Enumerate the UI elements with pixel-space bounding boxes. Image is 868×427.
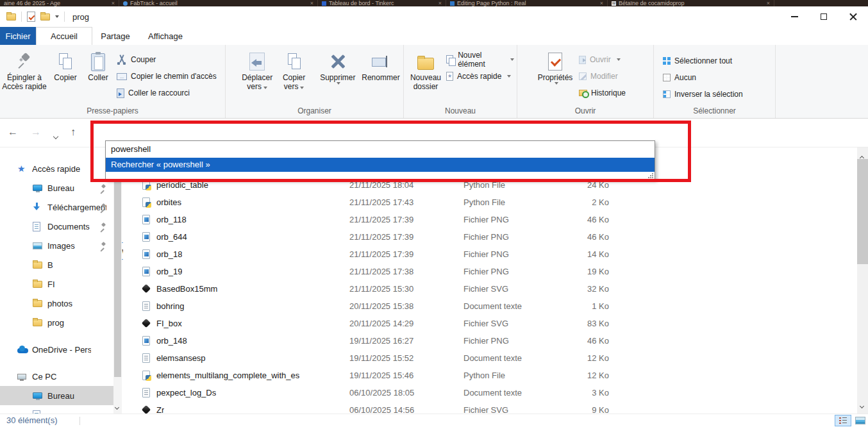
paste-shortcut-button[interactable]: Coller le raccourci xyxy=(114,85,219,101)
properties-icon xyxy=(548,53,562,71)
new-folder-shortcut-icon[interactable] xyxy=(40,13,50,21)
autocomplete-item-selected[interactable]: Rechercher « powershell » xyxy=(106,158,655,172)
sidebar-item[interactable]: prog xyxy=(0,313,113,332)
sidebar-item-label: Images xyxy=(47,241,75,251)
file-row[interactable]: orb_19 21/11/2025 17:38 Fichier PNG 19 K… xyxy=(123,264,857,281)
tab-fichier[interactable]: Fichier xyxy=(0,27,36,45)
properties-button[interactable]: Propriétés xyxy=(534,49,576,85)
sidebar-item[interactable]: Images xyxy=(0,236,113,255)
edit-button[interactable]: Modifier xyxy=(576,68,628,85)
scroll-down-icon[interactable] xyxy=(860,399,864,410)
file-type-icon xyxy=(142,371,150,380)
file-row[interactable]: orb_18 21/11/2025 17:39 Fichier PNG 14 K… xyxy=(123,246,857,264)
back-icon[interactable]: ← xyxy=(5,124,21,140)
file-row[interactable]: FI_box 20/11/2025 14:29 Fichier SVG 83 K… xyxy=(123,315,857,333)
file-row[interactable]: orb_148 19/11/2025 16:27 Fichier PNG 46 … xyxy=(123,333,857,350)
cut-button[interactable]: Couper xyxy=(114,51,219,68)
invert-selection-button[interactable]: Inverser la sélection xyxy=(660,86,746,103)
file-row[interactable]: bohring 20/11/2025 15:38 Document texte … xyxy=(123,298,857,315)
minimize-button[interactable] xyxy=(780,6,809,27)
browser-tab-close-icon[interactable]: × xyxy=(767,0,770,6)
sidebar-item[interactable]: OneDrive - Person xyxy=(0,340,113,359)
sidebar-scrollbar-thumb[interactable] xyxy=(114,159,121,377)
vertical-scrollbar[interactable] xyxy=(857,147,868,414)
sidebar-item[interactable]: B xyxy=(0,255,113,274)
browser-tab[interactable]: Editing Page Python : Real× xyxy=(446,0,608,6)
properties-shortcut-icon[interactable] xyxy=(27,12,35,22)
file-row[interactable]: orb_118 21/11/2025 17:39 Fichier PNG 46 … xyxy=(123,212,857,229)
view-thumbnails-button[interactable] xyxy=(854,415,867,426)
browser-tab[interactable]: WBétaïne de cocamidoprop× xyxy=(608,0,774,6)
select-all-button[interactable]: Sélectionner tout xyxy=(660,53,746,69)
move-to-button[interactable]: Déplacer vers xyxy=(238,49,276,91)
sidebar-item[interactable]: Documents xyxy=(0,217,113,236)
sidebar-item-icon xyxy=(17,348,28,353)
file-row[interactable]: elemsansesp 19/11/2025 15:52 Document te… xyxy=(123,350,857,367)
tab-accueil[interactable]: Accueil xyxy=(36,27,92,45)
browser-tab[interactable]: FabTrack - accueil× xyxy=(119,0,318,6)
sidebar-item[interactable]: Bureau xyxy=(0,386,113,405)
close-button[interactable] xyxy=(839,6,868,27)
select-none-button[interactable]: Aucun xyxy=(660,69,746,86)
browser-tab-close-icon[interactable]: × xyxy=(112,0,115,6)
window-title: prog xyxy=(72,12,89,22)
sidebar-item-partial[interactable] xyxy=(0,405,113,414)
file-row[interactable]: elements_multilang_complete_with_es 19/1… xyxy=(123,367,857,385)
toolbar-separator xyxy=(64,12,65,22)
file-row[interactable]: Zr 06/10/2025 14:56 Fichier SVG 9 Ko xyxy=(123,402,857,414)
qat-customize-caret-icon[interactable] xyxy=(55,15,59,18)
copy-to-button[interactable]: Copier vers xyxy=(276,49,312,91)
scissors-icon xyxy=(117,54,127,65)
maximize-button[interactable] xyxy=(809,6,839,27)
button-label: Nouveau dossier xyxy=(408,73,444,91)
sidebar-item[interactable]: ★ Accès rapide xyxy=(0,159,113,178)
browser-tab[interactable]: aine 46 de 2025 - Age× xyxy=(0,0,119,6)
browser-tab-close-icon[interactable]: × xyxy=(600,0,603,6)
button-label: Propriétés xyxy=(538,73,573,82)
recent-locations-caret-icon[interactable] xyxy=(54,130,58,141)
file-row[interactable]: orbites 21/11/2025 17:43 Python File 2 K… xyxy=(123,194,857,212)
file-row[interactable]: pexpect_log_Ds 06/10/2025 18:05 Document… xyxy=(123,385,857,402)
pin-to-quick-access-button[interactable]: Épingler à Accès rapide xyxy=(0,49,49,91)
paste-button[interactable]: Coller xyxy=(82,49,114,82)
copy-path-button[interactable]: ... Copier le chemin d'accès xyxy=(114,68,219,85)
view-details-button[interactable] xyxy=(835,415,851,426)
new-folder-button[interactable]: Nouveau dossier xyxy=(408,49,444,91)
file-size: 12 Ko xyxy=(533,371,609,380)
move-to-icon xyxy=(249,53,265,71)
sidebar-item-label: OneDrive - Person xyxy=(32,345,91,355)
button-label: Renommer xyxy=(362,73,399,82)
file-type: Document texte xyxy=(463,388,522,398)
new-item-button[interactable]: Nouvel élément xyxy=(444,51,517,68)
tab-partage[interactable]: Partage xyxy=(92,27,138,45)
browser-tab-close-icon[interactable]: × xyxy=(438,0,442,6)
sidebar-item[interactable]: Téléchargements xyxy=(0,197,113,217)
file-row[interactable]: orb_644 21/11/2025 17:39 Fichier PNG 46 … xyxy=(123,229,857,246)
rename-button[interactable]: Renommer xyxy=(358,49,403,82)
delete-button[interactable]: Supprimer xyxy=(317,49,358,85)
quick-access-button[interactable]: Accès rapide xyxy=(444,68,517,85)
background-browser-tab-strip[interactable]: aine 46 de 2025 - Age×FabTrack - accueil… xyxy=(0,0,868,6)
autocomplete-item[interactable]: powershell xyxy=(106,141,655,158)
file-row[interactable]: BasedBox15mm 21/11/2025 15:30 Fichier SV… xyxy=(123,281,857,298)
file-date-modified: 06/10/2025 18:05 xyxy=(349,388,414,398)
sidebar-item[interactable]: Ce PC xyxy=(0,367,113,386)
scrollbar-thumb[interactable] xyxy=(857,159,868,264)
file-type-icon xyxy=(142,197,150,207)
history-button[interactable]: Historique xyxy=(576,85,628,101)
dropdown-resize-grip[interactable] xyxy=(647,172,653,178)
item-count: 30 élément(s) xyxy=(6,415,57,425)
up-icon[interactable]: ↑ xyxy=(65,124,81,140)
sidebar-item[interactable]: FI xyxy=(0,274,113,294)
pinned-icon xyxy=(99,185,106,191)
sidebar-scroll-down-icon[interactable] xyxy=(115,400,119,412)
browser-tab-close-icon[interactable]: × xyxy=(310,0,313,6)
sidebar-item[interactable]: Bureau xyxy=(0,178,113,197)
forward-icon[interactable]: → xyxy=(28,124,44,140)
sidebar-scrollbar[interactable] xyxy=(113,149,122,414)
copy-button[interactable]: Copier xyxy=(49,49,82,82)
tab-affichage[interactable]: Affichage xyxy=(138,27,192,45)
sidebar-item[interactable]: photos xyxy=(0,294,113,313)
browser-tab[interactable]: Tableau de bord - Tinkerc× xyxy=(318,0,446,6)
open-button[interactable]: Ouvrir xyxy=(576,51,628,68)
